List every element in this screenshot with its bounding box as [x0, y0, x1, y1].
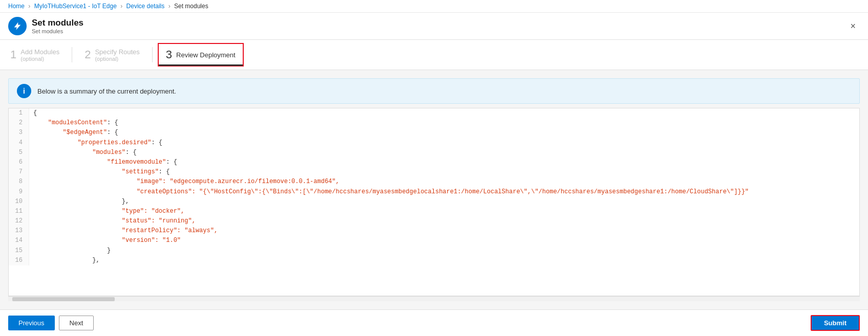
horizontal-scrollbar[interactable]: [8, 296, 860, 301]
code-line: 2 "modulesContent": {: [9, 118, 859, 128]
breadcrumb-current: Set modules: [174, 3, 208, 10]
code-line: 11 "type": "docker",: [9, 207, 859, 216]
breadcrumb-sep3: ›: [168, 3, 171, 10]
breadcrumb-sep1: ›: [28, 3, 30, 10]
code-line: 12 "status": "running",: [9, 216, 859, 226]
close-button[interactable]: ×: [846, 19, 860, 34]
footer-right-buttons: Submit: [811, 315, 860, 331]
breadcrumb-iot-edge[interactable]: MyIoTHubService1 - IoT Edge: [34, 3, 117, 10]
code-line: 8 "image": "edgecompute.azurecr.io/filem…: [9, 177, 859, 187]
step-1-number: 1: [10, 48, 16, 61]
step-3-label: Review Deployment: [176, 51, 236, 59]
azure-logo: [8, 17, 27, 35]
page-title: Set modules: [32, 18, 83, 28]
previous-button[interactable]: Previous: [8, 316, 55, 330]
code-line: 9 "createOptions": "{\"HostConfig\":{\"B…: [9, 187, 859, 197]
scrollbar-thumb: [12, 297, 115, 301]
wizard-step-2[interactable]: 2 Specify Routes (optional): [74, 41, 150, 69]
next-button[interactable]: Next: [59, 316, 94, 330]
step-1-label: Add Modules: [20, 48, 59, 56]
footer-left-buttons: Previous Next: [8, 316, 94, 330]
info-message: Below is a summary of the current deploy…: [37, 87, 176, 95]
wizard-step-3[interactable]: 3 Review Deployment: [158, 43, 244, 66]
info-icon: i: [17, 84, 31, 98]
info-bar: i Below is a summary of the current depl…: [8, 78, 860, 104]
content-area: i Below is a summary of the current depl…: [0, 70, 868, 309]
breadcrumb-device-details[interactable]: Device details: [126, 3, 165, 10]
breadcrumb-sep2: ›: [120, 3, 122, 10]
step-2-sub: (optional): [95, 56, 139, 62]
code-editor[interactable]: 1 { 2 "modulesContent": { 3 "$edgeAgent"…: [8, 108, 860, 296]
wizard-step-1[interactable]: 1 Add Modules (optional): [0, 41, 70, 69]
step-1-sub: (optional): [20, 56, 59, 62]
code-line: 16 },: [9, 256, 859, 265]
code-line: 14 "version": "1.0": [9, 236, 859, 245]
code-line: 10 },: [9, 197, 859, 207]
step-3-number: 3: [166, 48, 172, 61]
submit-button[interactable]: Submit: [811, 315, 860, 331]
code-line: 6 "filemovemodule": {: [9, 158, 859, 167]
code-line: 13 "restartPolicy": "always",: [9, 226, 859, 236]
page-subtitle: Set modules: [32, 28, 83, 34]
breadcrumb-home[interactable]: Home: [8, 3, 25, 10]
step-2-label: Specify Routes: [95, 48, 139, 56]
code-line: 4 "properties.desired": {: [9, 138, 859, 148]
step-2-number: 2: [84, 48, 91, 61]
code-line: 3 "$edgeAgent": {: [9, 128, 859, 138]
code-line: 7 "settings": {: [9, 167, 859, 177]
code-line: 5 "modules": {: [9, 148, 859, 158]
code-line: 1 {: [9, 108, 859, 118]
breadcrumb: Home › MyIoTHubService1 - IoT Edge › Dev…: [0, 0, 868, 13]
wizard-steps: 1 Add Modules (optional) 2 Specify Route…: [0, 40, 868, 70]
top-bar: Set modules Set modules ×: [0, 13, 868, 40]
code-line: 15 }: [9, 246, 859, 256]
footer: Previous Next Submit: [0, 309, 868, 336]
